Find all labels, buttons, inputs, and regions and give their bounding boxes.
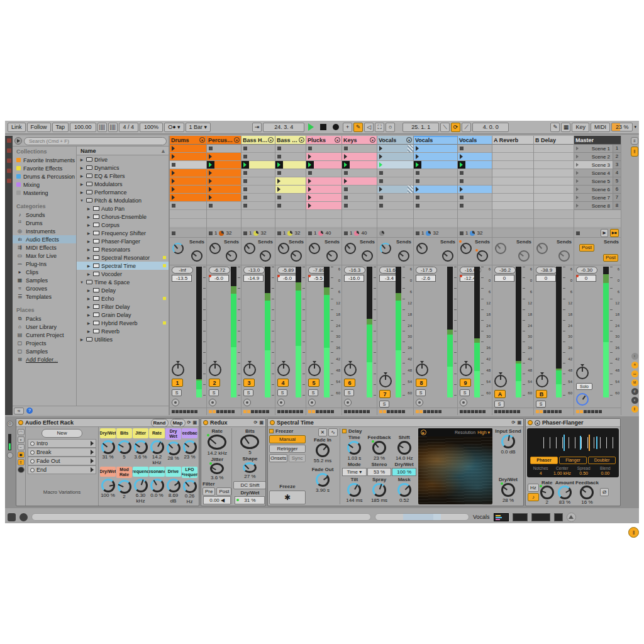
expand-icon[interactable]: ▶	[86, 231, 91, 235]
clip-slot[interactable]	[170, 153, 206, 161]
loop-length-field[interactable]: 4. 0. 0	[472, 123, 509, 132]
chevron-down-icon[interactable]: ▼	[335, 137, 340, 143]
delay-feedback-knob[interactable]	[372, 441, 386, 455]
clip-stop-icon[interactable]	[243, 155, 247, 158]
output-channel[interactable]: 32	[226, 230, 231, 236]
clip-stop-icon[interactable]	[243, 196, 247, 199]
clip-slot[interactable]	[414, 202, 457, 210]
shape-knob[interactable]	[243, 462, 257, 473]
meter-section-icon[interactable]: ⫼	[631, 406, 638, 413]
sidebar-item-add-folder-[interactable]: ⊞Add Folder...	[13, 355, 76, 364]
io-show-icon[interactable]: ⫼	[631, 147, 638, 157]
time-signature-field[interactable]: 4 / 4	[119, 123, 139, 132]
save-preset-icon[interactable]: ▣	[259, 420, 264, 425]
scene-launch-icon[interactable]	[576, 171, 579, 175]
computer-midi-keyboard-icon[interactable]: ▦	[561, 123, 570, 132]
send-a-knob[interactable]	[309, 243, 320, 254]
collection-item[interactable]: Favorite Effects	[13, 164, 76, 172]
clip-slot[interactable]	[170, 202, 206, 210]
sidebar-item-plug-ins[interactable]: ⎓Plug-Ins	[13, 260, 76, 268]
clip-slot[interactable]	[458, 186, 492, 194]
clip-stop-icon[interactable]	[344, 187, 348, 191]
output-channel[interactable]: 40	[361, 230, 367, 236]
track-header[interactable]: Plucks▼	[306, 136, 341, 145]
playing-clip-chip[interactable]	[342, 161, 350, 169]
send-b-knob[interactable]	[362, 250, 373, 262]
tree-item[interactable]: ▶Drive	[77, 155, 169, 164]
clip-slot[interactable]	[342, 161, 377, 169]
mixer-section-icon[interactable]: i	[631, 353, 638, 360]
clip-stop-icon[interactable]	[308, 171, 312, 175]
pan-knob[interactable]	[308, 364, 321, 376]
fade-in-knob[interactable]	[316, 443, 330, 457]
scene-row[interactable]: Scene 22	[574, 153, 621, 161]
bits-value[interactable]: 5	[248, 450, 251, 455]
clip-slot[interactable]	[275, 161, 306, 169]
clip-slot[interactable]	[414, 145, 457, 153]
follow-button[interactable]: Follow	[27, 123, 51, 132]
chain-launch-icon[interactable]	[91, 441, 94, 446]
clip-stop-icon[interactable]	[209, 204, 213, 208]
tree-item[interactable]: ▶Utilities	[77, 335, 169, 343]
pan-knob[interactable]	[416, 364, 428, 376]
clip-launch-icon[interactable]	[460, 187, 463, 192]
jitter-knob[interactable]	[210, 463, 224, 474]
clip-launch-icon[interactable]	[308, 195, 311, 200]
tree-item[interactable]: ▶Performance	[77, 188, 169, 196]
device-thumbnail-phaser[interactable]	[554, 513, 563, 521]
rack-chain-view-icon[interactable]: ≡	[18, 459, 25, 465]
tree-item[interactable]: ▶Echo	[77, 294, 169, 303]
tree-item[interactable]: ▶Dynamics	[77, 164, 169, 172]
macro-knob[interactable]	[134, 440, 148, 454]
push-status-icon[interactable]: ⫼	[628, 527, 639, 538]
tree-item[interactable]: ▶Vocoder	[77, 270, 169, 278]
clip-stop-icon[interactable]	[209, 147, 213, 150]
clip-slot[interactable]	[534, 194, 574, 202]
clip-slot[interactable]	[534, 161, 574, 169]
clip-slot[interactable]	[306, 186, 341, 194]
clip-slot[interactable]	[242, 161, 275, 169]
shape-value[interactable]: 27 %	[244, 474, 255, 479]
scene-row[interactable]: Scene 55	[574, 177, 621, 186]
punch-in-icon[interactable]: ⟍	[440, 123, 450, 132]
map-button[interactable]: Map	[170, 419, 186, 427]
sidebar-item-max-for-live[interactable]: ▭Max for Live	[13, 252, 76, 260]
save-preset-icon[interactable]: ▣	[192, 420, 197, 425]
fade-in-value[interactable]: 55.2 ms	[314, 458, 331, 464]
clip-stop-icon[interactable]	[172, 163, 175, 167]
solo-button[interactable]: S	[494, 401, 504, 408]
clip-slot[interactable]	[306, 177, 341, 186]
output-channel[interactable]: 32	[260, 230, 266, 236]
send-b-knob[interactable]	[326, 250, 338, 262]
clip-slot[interactable]	[414, 194, 457, 202]
clip-slot[interactable]	[342, 177, 377, 186]
clip-slot[interactable]	[458, 161, 492, 169]
macro-value[interactable]: 3.6 %	[134, 454, 147, 460]
clip-slot[interactable]	[306, 202, 341, 210]
redux-title-bar[interactable]: Redux ⟳ ▣	[201, 419, 265, 427]
clip-stop-icon[interactable]	[277, 147, 281, 150]
clip-slot[interactable]	[492, 161, 533, 169]
solo-button[interactable]: S	[277, 389, 287, 396]
expand-icon[interactable]: ▶	[86, 223, 91, 227]
crossfader-knob[interactable]	[576, 393, 589, 406]
collapse-icon[interactable]: ▼	[79, 199, 84, 203]
clip-slot[interactable]	[377, 186, 413, 194]
device-activator-icon[interactable]: ⏻	[7, 421, 13, 427]
track-activator-button[interactable]: 2	[209, 379, 220, 387]
clip-stop-icon[interactable]	[379, 171, 383, 175]
delay-checkbox[interactable]	[342, 429, 347, 433]
tree-item[interactable]: ▶Reverb	[77, 327, 169, 335]
freeze-button[interactable]: ✱	[269, 491, 306, 504]
drywet-field[interactable]: 31 %	[235, 496, 265, 504]
clip-stop-icon[interactable]	[243, 187, 247, 191]
name-column-header[interactable]: Name▲	[77, 147, 169, 155]
clip-slot[interactable]	[170, 186, 206, 194]
scene-row[interactable]: Scene 77	[574, 194, 621, 202]
back-to-arrangement-icon[interactable]: |▶	[601, 229, 608, 237]
chain-select-icon[interactable]	[30, 459, 35, 464]
peak-level-field[interactable]: -16.3	[344, 267, 365, 274]
solo-button[interactable]: S	[209, 389, 219, 396]
spectral-title-bar[interactable]: Spectral Time ⟳ ▣	[268, 419, 523, 427]
send-b-knob[interactable]	[226, 250, 237, 262]
